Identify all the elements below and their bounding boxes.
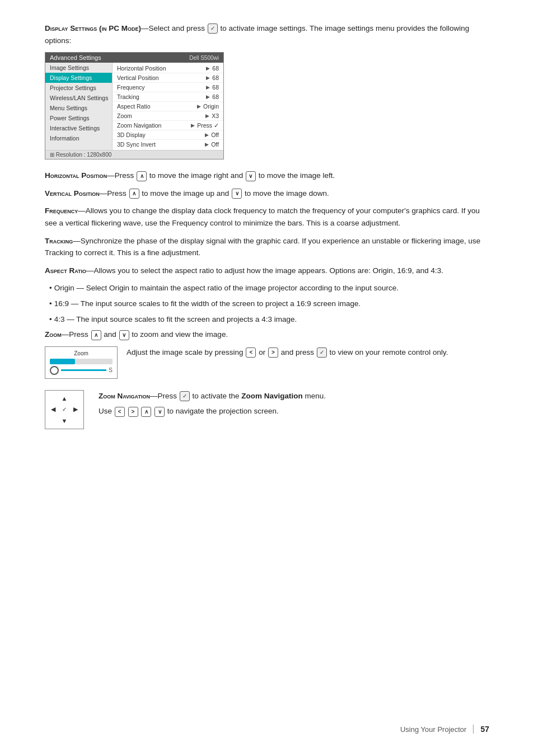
osd-row-zoom-nav: Zoom Navigation ▶ Press ✓ xyxy=(113,121,223,130)
osd-arrow-3d-sync: ▶ xyxy=(205,142,209,147)
zoom-nav-section: ▲ ◀ ✓ ▶ ▼ Zoom Navigation—Press ✓ to act… xyxy=(45,390,489,429)
zoom-nav-bold: Zoom Navigation xyxy=(241,392,303,400)
zoom-description: Adjust the image scale by pressing < or … xyxy=(127,346,489,359)
osd-row-frequency: Frequency ▶ 68 xyxy=(113,83,223,92)
nav-up-icon: ▲ xyxy=(62,395,68,402)
footer-text: Using Your Projector xyxy=(400,725,467,734)
aspect-ratio-section: Aspect Ratio—Allows you to select the as… xyxy=(45,265,489,277)
osd-item-interactive-settings[interactable]: Interactive Settings xyxy=(45,123,112,133)
osd-item-menu-settings[interactable]: Menu Settings xyxy=(45,103,112,113)
osd-row-aspect: Aspect Ratio ▶ Origin xyxy=(113,102,223,111)
osd-resolution: ⊞ Resolution : 1280x800 xyxy=(50,152,111,158)
left-arrow-icon: < xyxy=(246,348,256,358)
zoom-circle-icon xyxy=(50,366,59,375)
osd-item-wireless-settings[interactable]: Wireless/LAN Settings xyxy=(45,93,112,103)
aspect-bullet-1: Origin — Select Origin to maintain the a… xyxy=(45,282,489,294)
osd-value-zoom: X3 xyxy=(212,112,219,119)
osd-brand: Dell S500wi xyxy=(189,55,219,61)
osd-label-3d-sync: 3D Sync Invert xyxy=(117,141,205,148)
osd-arrow-zoom-nav: ▶ xyxy=(191,123,195,128)
osd-value-horizontal: 68 xyxy=(212,65,219,72)
osd-body: Image Settings Display Settings Projecto… xyxy=(45,63,223,150)
page-footer: Using Your Projector 57 xyxy=(45,725,489,734)
osd-title-bar: Advanced Settings Dell S500wi xyxy=(45,53,223,63)
nav-up-key: ∧ xyxy=(141,407,151,417)
osd-arrow-zoom: ▶ xyxy=(205,113,209,119)
osd-item-image-settings[interactable]: Image Settings xyxy=(45,63,112,73)
h-position-heading: Horizontal Position xyxy=(45,171,107,180)
osd-row-zoom: Zoom ▶ X3 xyxy=(113,111,223,121)
osd-value-zoom-nav: Press ✓ xyxy=(197,122,219,129)
osd-arrow-tracking: ▶ xyxy=(206,94,210,100)
aspect-bullet-2: 16:9 — The input source scales to fit th… xyxy=(45,298,489,310)
zoom-bar: Zoom S xyxy=(45,346,118,379)
osd-label-aspect: Aspect Ratio xyxy=(117,103,197,110)
tracking-heading: Tracking xyxy=(45,237,73,245)
v-position-section: Vertical Position—Press ∧ to move the im… xyxy=(45,187,489,200)
up-arrow-icon-2: ∧ xyxy=(129,189,139,199)
zoom-heading: Zoom xyxy=(45,330,62,339)
osd-label-zoom-nav: Zoom Navigation xyxy=(117,122,191,129)
osd-row-horizontal: Horizontal Position ▶ 68 xyxy=(113,64,223,73)
nav-down-icon: ▼ xyxy=(62,417,68,424)
osd-item-power-settings[interactable]: Power Settings xyxy=(45,113,112,123)
osd-label-horizontal: Horizontal Position xyxy=(117,65,206,72)
osd-value-frequency: 68 xyxy=(212,84,219,91)
zoom-section: Zoom S Adjust the image scale by pressin… xyxy=(45,346,489,382)
zoom-bar-track xyxy=(50,359,113,364)
zoom-nav-para2: Use < > ∧ ∨ to navigate the projection s… xyxy=(99,405,489,417)
up-arrow-icon-3: ∧ xyxy=(91,330,101,340)
nav-left-key: < xyxy=(115,407,125,417)
osd-value-tracking: 68 xyxy=(212,93,219,100)
nav-down-key: ∨ xyxy=(154,407,165,417)
down-arrow-icon: ∨ xyxy=(246,171,256,181)
zoom-bar-fill xyxy=(50,359,75,364)
osd-title: Advanced Settings xyxy=(50,54,101,61)
down-arrow-icon-2: ∨ xyxy=(232,189,242,199)
tracking-section: Tracking—Synchronize the phase of the di… xyxy=(45,235,489,259)
osd-arrow-aspect: ▶ xyxy=(197,104,201,109)
zoom-nav-para1: Zoom Navigation—Press ✓ to activate the … xyxy=(99,390,489,402)
zoom-nav-heading: Zoom Navigation xyxy=(99,392,150,400)
nav-right-key: > xyxy=(128,407,138,417)
osd-item-projector-settings[interactable]: Projector Settings xyxy=(45,83,112,93)
osd-item-display-settings[interactable]: Display Settings xyxy=(45,73,112,83)
osd-label-tracking: Tracking xyxy=(117,93,206,100)
osd-footer: ⊞ Resolution : 1280x800 xyxy=(45,150,223,159)
osd-label-zoom: Zoom xyxy=(117,112,205,119)
osd-label-frequency: Frequency xyxy=(117,84,206,91)
nav-right-icon: ▶ xyxy=(73,406,78,413)
zoom-circle-row: S xyxy=(50,366,113,375)
osd-arrow-vertical: ▶ xyxy=(206,75,210,81)
aspect-ratio-heading: Aspect Ratio xyxy=(45,266,86,275)
display-settings-section: Display Settings (in PC Mode)—Select and… xyxy=(45,22,489,46)
check-icon-2: ✓ xyxy=(317,348,327,358)
zoom-heading-para: Zoom—Press ∧ and ∨ to zoom and view the … xyxy=(45,328,489,341)
v-position-heading: Vertical Position xyxy=(45,189,100,198)
osd-left-panel: Image Settings Display Settings Projecto… xyxy=(45,63,113,150)
nav-check-icon: ✓ xyxy=(62,406,67,412)
osd-arrow-horizontal: ▶ xyxy=(206,65,210,71)
zoom-nav-graphic-container: ▲ ◀ ✓ ▶ ▼ xyxy=(45,390,90,429)
footer-divider xyxy=(473,725,474,734)
zoom-s-label: S xyxy=(109,367,113,373)
down-arrow-icon-3: ∨ xyxy=(119,330,129,340)
zoom-nav-text: Zoom Navigation—Press ✓ to activate the … xyxy=(99,390,489,417)
osd-arrow-frequency: ▶ xyxy=(206,84,210,90)
frequency-heading: Frequency xyxy=(45,206,78,215)
osd-row-tracking: Tracking ▶ 68 xyxy=(113,92,223,102)
h-position-section: Horizontal Position—Press ∧ to move the … xyxy=(45,170,489,182)
osd-menu: Advanced Settings Dell S500wi Image Sett… xyxy=(45,52,224,159)
zoom-nav-graphic: ▲ ◀ ✓ ▶ ▼ xyxy=(45,390,84,429)
zoom-line xyxy=(61,369,106,371)
check-icon: ✓ xyxy=(208,24,218,34)
aspect-bullet-3: 4:3 — The input source scales to fit the… xyxy=(45,313,489,326)
osd-value-3d: Off xyxy=(211,132,219,138)
display-settings-heading: Display Settings (in PC Mode) xyxy=(45,24,141,32)
up-arrow-icon: ∧ xyxy=(137,171,147,181)
osd-item-information[interactable]: Information xyxy=(45,133,112,143)
osd-value-aspect: Origin xyxy=(203,103,219,110)
osd-arrow-3d: ▶ xyxy=(205,132,209,138)
nav-left-icon: ◀ xyxy=(51,406,55,413)
zoom-bar-label: Zoom xyxy=(50,350,113,356)
